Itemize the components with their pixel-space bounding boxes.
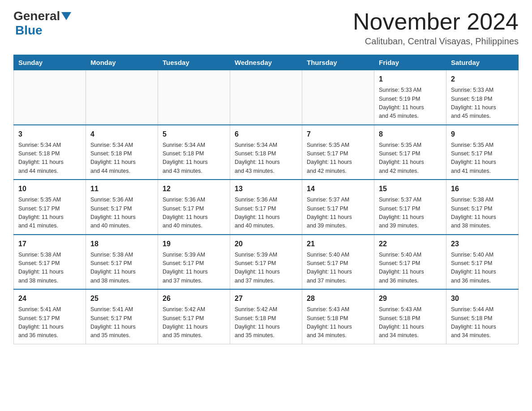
day-info: Sunrise: 5:34 AMSunset: 5:18 PMDaylight:… [163, 141, 225, 176]
day-info: Sunrise: 5:33 AMSunset: 5:18 PMDaylight:… [451, 86, 514, 121]
page-header: General Blue November 2024 Calituban, Ce… [13, 9, 519, 47]
calendar-week-2: 3Sunrise: 5:34 AMSunset: 5:18 PMDaylight… [14, 125, 519, 180]
day-number: 28 [307, 293, 369, 304]
day-info: Sunrise: 5:38 AMSunset: 5:17 PMDaylight:… [90, 251, 153, 286]
day-info: Sunrise: 5:36 AMSunset: 5:17 PMDaylight:… [163, 196, 225, 231]
calendar-cell: 16Sunrise: 5:38 AMSunset: 5:17 PMDayligh… [446, 180, 519, 235]
col-friday: Friday [374, 55, 446, 70]
location-subtitle: Calituban, Central Visayas, Philippines [353, 36, 519, 47]
calendar-cell: 9Sunrise: 5:35 AMSunset: 5:17 PMDaylight… [446, 125, 519, 180]
day-info: Sunrise: 5:35 AMSunset: 5:17 PMDaylight:… [451, 141, 514, 176]
col-monday: Monday [86, 55, 158, 70]
logo: General Blue [13, 9, 71, 38]
col-sunday: Sunday [14, 55, 86, 70]
day-info: Sunrise: 5:34 AMSunset: 5:18 PMDaylight:… [18, 141, 81, 176]
calendar-cell: 18Sunrise: 5:38 AMSunset: 5:17 PMDayligh… [86, 235, 158, 290]
day-info: Sunrise: 5:34 AMSunset: 5:18 PMDaylight:… [90, 141, 153, 176]
logo-general-text: General [13, 9, 60, 23]
day-number: 1 [379, 74, 442, 85]
day-info: Sunrise: 5:35 AMSunset: 5:17 PMDaylight:… [379, 141, 442, 176]
day-number: 24 [18, 293, 81, 304]
day-number: 21 [307, 239, 369, 249]
calendar-cell: 10Sunrise: 5:35 AMSunset: 5:17 PMDayligh… [14, 180, 86, 235]
day-info: Sunrise: 5:36 AMSunset: 5:17 PMDaylight:… [90, 196, 153, 231]
day-info: Sunrise: 5:40 AMSunset: 5:17 PMDaylight:… [307, 251, 369, 286]
day-info: Sunrise: 5:40 AMSunset: 5:17 PMDaylight:… [379, 251, 442, 286]
calendar-cell: 2Sunrise: 5:33 AMSunset: 5:18 PMDaylight… [446, 70, 519, 125]
calendar-cell: 15Sunrise: 5:37 AMSunset: 5:17 PMDayligh… [374, 180, 446, 235]
calendar-table: Sunday Monday Tuesday Wednesday Thursday… [13, 55, 519, 344]
calendar-cell [86, 70, 158, 125]
calendar-cell: 8Sunrise: 5:35 AMSunset: 5:17 PMDaylight… [374, 125, 446, 180]
day-info: Sunrise: 5:43 AMSunset: 5:18 PMDaylight:… [379, 305, 442, 340]
calendar-week-5: 24Sunrise: 5:41 AMSunset: 5:17 PMDayligh… [14, 289, 519, 344]
day-info: Sunrise: 5:39 AMSunset: 5:17 PMDaylight:… [163, 251, 225, 286]
calendar-cell [158, 70, 230, 125]
day-number: 26 [163, 293, 225, 304]
col-wednesday: Wednesday [230, 55, 302, 70]
col-tuesday: Tuesday [158, 55, 230, 70]
calendar-cell: 5Sunrise: 5:34 AMSunset: 5:18 PMDaylight… [158, 125, 230, 180]
calendar-cell: 30Sunrise: 5:44 AMSunset: 5:18 PMDayligh… [446, 289, 519, 344]
day-number: 18 [90, 239, 153, 249]
day-number: 7 [307, 129, 369, 140]
day-info: Sunrise: 5:44 AMSunset: 5:18 PMDaylight:… [451, 305, 514, 340]
calendar-cell: 13Sunrise: 5:36 AMSunset: 5:17 PMDayligh… [230, 180, 302, 235]
day-info: Sunrise: 5:41 AMSunset: 5:17 PMDaylight:… [18, 305, 81, 340]
day-number: 8 [379, 129, 442, 140]
day-number: 14 [307, 184, 369, 194]
calendar-cell: 14Sunrise: 5:37 AMSunset: 5:17 PMDayligh… [302, 180, 374, 235]
day-info: Sunrise: 5:36 AMSunset: 5:17 PMDaylight:… [235, 196, 297, 231]
day-number: 5 [163, 129, 225, 140]
calendar-week-3: 10Sunrise: 5:35 AMSunset: 5:17 PMDayligh… [14, 180, 519, 235]
day-number: 12 [163, 184, 225, 194]
calendar-cell: 21Sunrise: 5:40 AMSunset: 5:17 PMDayligh… [302, 235, 374, 290]
day-number: 9 [451, 129, 514, 140]
day-info: Sunrise: 5:41 AMSunset: 5:17 PMDaylight:… [90, 305, 153, 340]
day-info: Sunrise: 5:43 AMSunset: 5:18 PMDaylight:… [307, 305, 369, 340]
calendar-cell: 19Sunrise: 5:39 AMSunset: 5:17 PMDayligh… [158, 235, 230, 290]
calendar-cell [14, 70, 86, 125]
day-number: 3 [18, 129, 81, 140]
day-info: Sunrise: 5:37 AMSunset: 5:17 PMDaylight:… [379, 196, 442, 231]
day-info: Sunrise: 5:38 AMSunset: 5:17 PMDaylight:… [451, 196, 514, 231]
day-number: 25 [90, 293, 153, 304]
calendar-cell: 25Sunrise: 5:41 AMSunset: 5:17 PMDayligh… [86, 289, 158, 344]
calendar-cell: 26Sunrise: 5:42 AMSunset: 5:17 PMDayligh… [158, 289, 230, 344]
day-number: 10 [18, 184, 81, 194]
logo-arrow-icon [61, 12, 71, 22]
day-number: 11 [90, 184, 153, 194]
day-number: 29 [379, 293, 442, 304]
calendar-cell: 12Sunrise: 5:36 AMSunset: 5:17 PMDayligh… [158, 180, 230, 235]
calendar-cell: 1Sunrise: 5:33 AMSunset: 5:19 PMDaylight… [374, 70, 446, 125]
day-number: 2 [451, 74, 514, 85]
day-number: 19 [163, 239, 225, 249]
calendar-cell: 7Sunrise: 5:35 AMSunset: 5:17 PMDaylight… [302, 125, 374, 180]
day-info: Sunrise: 5:38 AMSunset: 5:17 PMDaylight:… [18, 251, 81, 286]
day-info: Sunrise: 5:42 AMSunset: 5:18 PMDaylight:… [235, 305, 297, 340]
calendar-cell: 29Sunrise: 5:43 AMSunset: 5:18 PMDayligh… [374, 289, 446, 344]
day-info: Sunrise: 5:37 AMSunset: 5:17 PMDaylight:… [307, 196, 369, 231]
calendar-header: Sunday Monday Tuesday Wednesday Thursday… [14, 55, 519, 70]
calendar-cell: 22Sunrise: 5:40 AMSunset: 5:17 PMDayligh… [374, 235, 446, 290]
day-info: Sunrise: 5:42 AMSunset: 5:17 PMDaylight:… [163, 305, 225, 340]
day-number: 4 [90, 129, 153, 140]
month-title: November 2024 [353, 9, 519, 34]
day-number: 17 [18, 239, 81, 249]
calendar-cell: 11Sunrise: 5:36 AMSunset: 5:17 PMDayligh… [86, 180, 158, 235]
col-saturday: Saturday [446, 55, 519, 70]
calendar-body: 1Sunrise: 5:33 AMSunset: 5:19 PMDaylight… [14, 70, 519, 344]
day-number: 13 [235, 184, 297, 194]
svg-marker-0 [61, 12, 71, 20]
day-info: Sunrise: 5:35 AMSunset: 5:17 PMDaylight:… [18, 196, 81, 231]
day-number: 22 [379, 239, 442, 249]
logo-blue-text: Blue [15, 23, 43, 38]
calendar-cell: 17Sunrise: 5:38 AMSunset: 5:17 PMDayligh… [14, 235, 86, 290]
day-info: Sunrise: 5:33 AMSunset: 5:19 PMDaylight:… [379, 86, 442, 121]
day-number: 27 [235, 293, 297, 304]
day-number: 23 [451, 239, 514, 249]
day-number: 30 [451, 293, 514, 304]
calendar-cell: 20Sunrise: 5:39 AMSunset: 5:17 PMDayligh… [230, 235, 302, 290]
calendar-cell: 24Sunrise: 5:41 AMSunset: 5:17 PMDayligh… [14, 289, 86, 344]
calendar-cell: 3Sunrise: 5:34 AMSunset: 5:18 PMDaylight… [14, 125, 86, 180]
